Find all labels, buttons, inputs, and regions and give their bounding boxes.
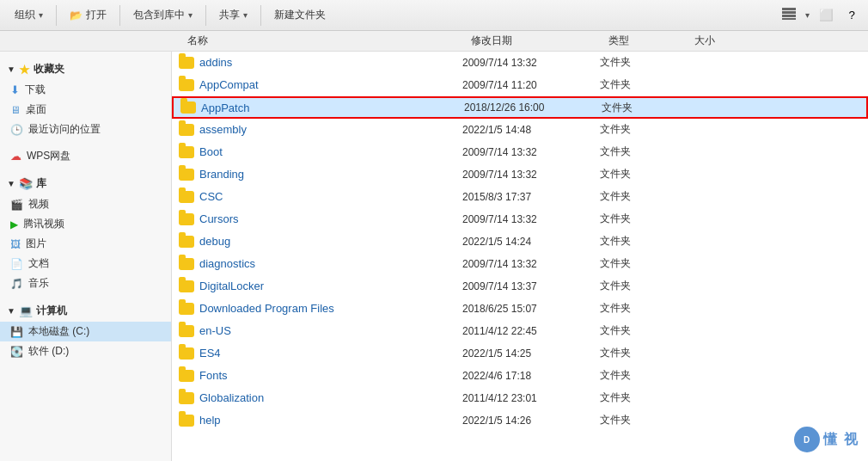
folder-icon bbox=[179, 392, 194, 404]
folder-icon bbox=[179, 303, 194, 315]
favorites-section[interactable]: ▼ ★ 收藏夹 bbox=[0, 58, 171, 80]
view-list-button[interactable] bbox=[776, 3, 802, 27]
file-date: 2009/7/14 13:32 bbox=[462, 57, 600, 69]
file-date: 2009/7/14 13:32 bbox=[462, 146, 600, 158]
table-row[interactable]: CSC2015/8/3 17:37文件夹 bbox=[172, 186, 868, 208]
file-type: 文件夹 bbox=[600, 256, 686, 271]
include-button[interactable]: 包含到库中 ▾ bbox=[125, 3, 200, 27]
file-date: 2011/4/12 23:01 bbox=[462, 392, 600, 404]
table-row[interactable]: diagnostics2009/7/14 13:32文件夹 bbox=[172, 253, 868, 275]
sidebar-item-image[interactable]: 🖼 图片 bbox=[0, 234, 171, 254]
organize-button[interactable]: 组织 ▾ bbox=[7, 3, 51, 27]
computer-section[interactable]: ▼ 💻 计算机 bbox=[0, 300, 171, 322]
col-header-size[interactable]: 大小 bbox=[688, 34, 756, 48]
table-row[interactable]: Cursors2009/7/14 13:32文件夹 bbox=[172, 208, 868, 230]
file-type: 文件夹 bbox=[600, 323, 686, 338]
spacer-2 bbox=[0, 166, 171, 173]
sidebar-item-tencent[interactable]: ▶ 腾讯视频 bbox=[0, 214, 171, 234]
file-name: CSC bbox=[199, 190, 223, 203]
file-name: addins bbox=[199, 56, 232, 69]
share-label: 共享 bbox=[219, 8, 240, 22]
table-row[interactable]: help2022/1/5 14:26文件夹 bbox=[172, 409, 868, 432]
folder-icon bbox=[179, 79, 194, 91]
col-header-date[interactable]: 修改日期 bbox=[464, 34, 602, 48]
file-type: 文件夹 bbox=[602, 101, 688, 115]
sidebar-item-wps[interactable]: ☁ WPS网盘 bbox=[0, 146, 171, 166]
table-row[interactable]: debug2022/1/5 14:24文件夹 bbox=[172, 230, 868, 253]
file-list: addins2009/7/14 13:32文件夹AppCompat2009/7/… bbox=[172, 52, 868, 461]
sidebar-hdd-label: 本地磁盘 (C:) bbox=[28, 324, 89, 339]
sidebar-item-video[interactable]: 🎬 视频 bbox=[0, 194, 171, 214]
table-row[interactable]: addins2009/7/14 13:32文件夹 bbox=[172, 52, 868, 74]
table-row[interactable]: assembly2022/1/5 14:48文件夹 bbox=[172, 119, 868, 141]
svg-rect-0 bbox=[782, 8, 796, 10]
file-name: Cursors bbox=[199, 212, 239, 225]
file-date: 2009/7/14 13:32 bbox=[462, 213, 600, 225]
spacer-1 bbox=[0, 139, 171, 146]
open-button[interactable]: 📂 打开 bbox=[62, 3, 114, 27]
table-row[interactable]: DigitalLocker2009/7/14 13:37文件夹 bbox=[172, 275, 868, 298]
sidebar-item-desktop[interactable]: 🖥 桌面 bbox=[0, 100, 171, 120]
sidebar-item-download[interactable]: ⬇ 下载 bbox=[0, 80, 171, 100]
sidebar-doc-label: 文档 bbox=[28, 256, 49, 271]
toolbar: 组织 ▾ 📂 打开 包含到库中 ▾ 共享 ▾ 新建文件夹 ▾ ⬜ ? bbox=[0, 0, 868, 31]
library-arrow: ▼ bbox=[7, 179, 15, 188]
organize-arrow: ▾ bbox=[39, 10, 43, 20]
library-icon: 📚 bbox=[19, 177, 33, 190]
file-type: 文件夹 bbox=[600, 413, 686, 427]
table-row[interactable]: ES42022/1/5 14:25文件夹 bbox=[172, 342, 868, 365]
open-label: 打开 bbox=[86, 8, 107, 22]
file-date: 2009/7/14 13:32 bbox=[462, 169, 600, 181]
file-name: DigitalLocker bbox=[199, 280, 264, 292]
table-row[interactable]: AppPatch2018/12/26 16:00文件夹 bbox=[172, 96, 868, 119]
sidebar-item-music[interactable]: 🎵 音乐 bbox=[0, 274, 171, 293]
table-row[interactable]: Boot2009/7/14 13:32文件夹 bbox=[172, 141, 868, 163]
svg-rect-2 bbox=[782, 15, 796, 17]
include-label: 包含到库中 bbox=[133, 8, 185, 22]
library-section[interactable]: ▼ 📚 库 bbox=[0, 173, 171, 194]
help-button[interactable]: ? bbox=[843, 4, 861, 26]
sidebar-download-label: 下载 bbox=[25, 83, 46, 97]
toolbar-right: ▾ ⬜ ? bbox=[776, 3, 861, 27]
folder-icon bbox=[179, 146, 194, 158]
sidebar-item-hdd[interactable]: 💾 本地磁盘 (C:) bbox=[0, 322, 171, 341]
table-row[interactable]: Branding2009/7/14 13:32文件夹 bbox=[172, 163, 868, 186]
file-date: 2018/12/26 16:00 bbox=[464, 101, 602, 114]
sidebar-item-usb[interactable]: 💽 软件 (D:) bbox=[0, 341, 171, 361]
folder-icon bbox=[179, 370, 194, 382]
folder-icon bbox=[179, 347, 194, 360]
recent-icon: 🕒 bbox=[10, 124, 23, 136]
file-date: 2018/6/25 15:07 bbox=[462, 303, 600, 315]
folder-icon bbox=[179, 191, 194, 203]
favorites-label: 收藏夹 bbox=[34, 62, 64, 77]
favorites-arrow: ▼ bbox=[7, 65, 15, 74]
folder-icon bbox=[179, 325, 194, 337]
file-date: 2015/8/3 17:37 bbox=[462, 191, 600, 203]
file-name: Globalization bbox=[199, 391, 264, 404]
new-folder-button[interactable]: 新建文件夹 bbox=[266, 3, 333, 27]
col-header-name[interactable]: 名称 bbox=[180, 34, 464, 48]
table-row[interactable]: en-US2011/4/12 22:45文件夹 bbox=[172, 320, 868, 342]
sidebar-recent-label: 最近访问的位置 bbox=[28, 122, 101, 137]
col-header-type[interactable]: 类型 bbox=[602, 34, 688, 48]
maximize-button[interactable]: ⬜ bbox=[813, 4, 840, 26]
sidebar-item-recent[interactable]: 🕒 最近访问的位置 bbox=[0, 120, 171, 139]
video-icon: 🎬 bbox=[10, 199, 23, 211]
sidebar-image-label: 图片 bbox=[26, 237, 46, 251]
file-name: debug bbox=[199, 235, 230, 248]
include-arrow: ▾ bbox=[188, 10, 193, 20]
folder-icon bbox=[179, 280, 194, 292]
open-icon: 📂 bbox=[70, 9, 83, 22]
sidebar-music-label: 音乐 bbox=[28, 276, 49, 291]
file-date: 2022/1/5 14:48 bbox=[462, 124, 600, 136]
share-button[interactable]: 共享 ▾ bbox=[211, 3, 255, 27]
file-type: 文件夹 bbox=[600, 279, 686, 293]
table-row[interactable]: AppCompat2009/7/14 11:20文件夹 bbox=[172, 74, 868, 96]
table-row[interactable]: Fonts2022/4/6 17:18文件夹 bbox=[172, 365, 868, 387]
svg-rect-3 bbox=[782, 18, 796, 20]
file-name: Boot bbox=[199, 145, 223, 158]
table-row[interactable]: Globalization2011/4/12 23:01文件夹 bbox=[172, 387, 868, 409]
sidebar-item-doc[interactable]: 📄 文档 bbox=[0, 254, 171, 274]
table-row[interactable]: Downloaded Program Files2018/6/25 15:07文… bbox=[172, 298, 868, 320]
favorites-icon: ★ bbox=[19, 63, 30, 77]
